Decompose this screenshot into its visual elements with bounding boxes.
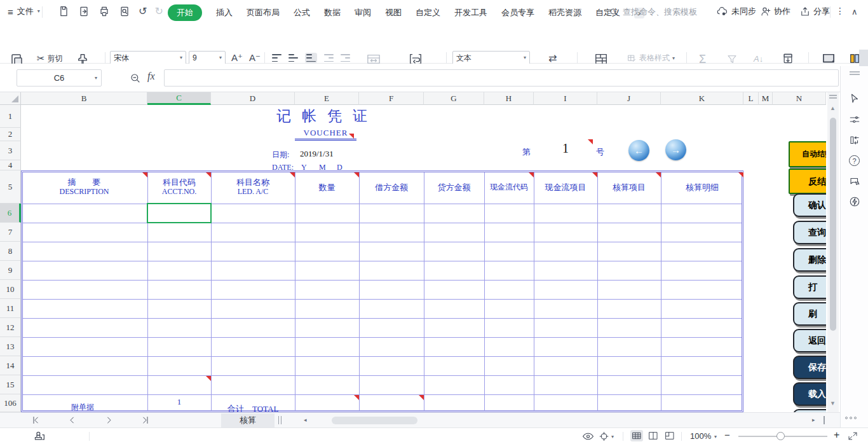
column-header-g[interactable]: G <box>424 92 484 105</box>
undo-icon[interactable]: ↺ <box>139 5 147 18</box>
share-icon[interactable] <box>799 6 811 17</box>
zoom-chevron-icon[interactable]: ▾ <box>714 434 717 440</box>
file-menu[interactable]: 文件 <box>17 6 34 17</box>
align-bottom-icon[interactable] <box>305 53 317 63</box>
page-layout-view-icon[interactable] <box>648 431 658 440</box>
tab-developer[interactable]: 开发工具 <box>454 7 487 18</box>
help-icon[interactable]: ? <box>849 155 860 166</box>
column-header-i[interactable]: I <box>534 92 597 105</box>
horizontal-scroll-thumb[interactable] <box>332 417 417 424</box>
row-header-15[interactable]: 15 <box>0 375 21 394</box>
tab-data[interactable]: 数据 <box>324 7 341 18</box>
zoom-out-button[interactable]: − <box>724 429 730 440</box>
pointer-tool-icon[interactable] <box>849 93 860 104</box>
column-header-b[interactable]: B <box>21 92 147 105</box>
column-header-j[interactable]: J <box>597 92 661 105</box>
next-sheet-icon[interactable] <box>104 415 114 425</box>
search-icon[interactable] <box>609 7 619 17</box>
share-label[interactable]: 分享 <box>813 6 830 17</box>
row-header-14[interactable]: 14 <box>0 356 21 375</box>
row-header-106[interactable]: 106 <box>0 394 21 412</box>
header-cell-quantity[interactable]: 数量 <box>295 172 359 202</box>
split-handle[interactable] <box>829 95 837 96</box>
header-cell-credit[interactable]: 贷方金额 <box>424 172 484 202</box>
auto-close-button[interactable]: 自动结账 <box>789 141 826 167</box>
align-top-icon[interactable] <box>272 54 281 62</box>
query-button[interactable]: 查询 <box>793 221 826 244</box>
font-size-select[interactable]: 9▾ <box>189 51 226 65</box>
file-chevron-icon[interactable]: ▾ <box>37 9 40 14</box>
row-header-10[interactable]: 10 <box>0 280 21 299</box>
zoom-slider-thumb[interactable] <box>776 432 785 440</box>
panel-more-dots[interactable] <box>845 412 858 421</box>
prev-voucher-button[interactable]: ← <box>628 140 649 161</box>
voucher-no-value[interactable]: 1 <box>553 141 578 156</box>
select-all-corner[interactable] <box>0 92 21 105</box>
name-box-chevron-icon[interactable]: ▾ <box>95 76 97 81</box>
row-header-1[interactable]: 1 <box>0 105 21 128</box>
next-voucher-button[interactable]: → <box>665 139 686 160</box>
column-header-m[interactable]: M <box>759 92 773 105</box>
export-icon[interactable] <box>78 5 90 18</box>
column-header-d[interactable]: D <box>211 92 295 105</box>
fx-icon[interactable]: fx <box>147 71 155 82</box>
column-header-k[interactable]: K <box>661 92 743 105</box>
page-break-view-icon[interactable] <box>665 431 675 440</box>
column-header-h[interactable]: H <box>484 92 534 105</box>
row-header-13[interactable]: 13 <box>0 337 21 356</box>
highlight-cell-icon[interactable] <box>599 431 609 441</box>
split-handle[interactable] <box>829 97 837 99</box>
font-name-select[interactable]: 宋体▾ <box>110 51 186 65</box>
tab-custom-1[interactable]: 自定义 <box>416 7 440 18</box>
load-voucher-button[interactable]: 载入 <box>793 382 826 406</box>
hscroll-left-icon[interactable]: ◂ <box>304 417 307 423</box>
first-sheet-icon[interactable] <box>31 415 40 425</box>
date-value[interactable]: 2019/1/31 <box>300 149 334 159</box>
scroll-down-icon[interactable]: ▼ <box>830 400 836 406</box>
print-preview-icon[interactable] <box>118 5 131 18</box>
print-voucher-button[interactable]: 打 <box>793 275 826 299</box>
row-header-2[interactable]: 2 <box>0 128 21 141</box>
macro-stamp-icon[interactable] <box>33 431 46 442</box>
quick-tools-icon[interactable] <box>849 196 860 207</box>
highlight-chevron-icon[interactable]: ▾ <box>611 434 614 440</box>
cloud-sync-icon[interactable] <box>715 6 728 17</box>
header-cell-ledger[interactable]: 科目名称LED. A/C <box>211 172 295 202</box>
cut-button[interactable]: ✂剪切 <box>37 53 63 64</box>
shrink-font-button[interactable]: A⁻ <box>249 52 261 64</box>
row-header-4[interactable]: 4 <box>0 160 21 170</box>
decrease-indent-icon[interactable] <box>324 54 334 62</box>
column-header-f[interactable]: F <box>359 92 424 105</box>
print-icon[interactable] <box>98 5 111 18</box>
header-cell-cashflow-item[interactable]: 现金流项目 <box>534 172 597 202</box>
row-header-8[interactable]: 8 <box>0 242 21 261</box>
name-box[interactable]: C6 ▾ <box>17 69 102 87</box>
zoom-in-button[interactable]: + <box>834 429 839 441</box>
scroll-up-icon[interactable]: ▲ <box>830 105 836 111</box>
active-cell-c6[interactable] <box>147 203 212 223</box>
hsplit-handle[interactable] <box>824 416 825 424</box>
zoom-level[interactable]: 100% <box>690 431 711 441</box>
kebab-menu-icon[interactable]: ⋮ <box>836 6 844 16</box>
save-voucher-button[interactable]: 保存 <box>793 356 826 379</box>
redo-icon[interactable]: ↻ <box>154 5 163 18</box>
paste-transform-icon[interactable] <box>849 135 860 146</box>
hamburger-icon[interactable]: ≡ <box>8 6 13 17</box>
vertical-scrollbar[interactable]: ▲ ▼ <box>827 92 839 412</box>
header-cell-accounting-item[interactable]: 核算项目 <box>597 172 661 202</box>
grow-font-button[interactable]: A⁺ <box>231 52 243 64</box>
search-input[interactable]: 查找命令、搜索模板 <box>623 6 697 18</box>
column-header-l[interactable]: L <box>743 92 759 105</box>
hscroll-right-icon[interactable]: ▸ <box>812 417 815 423</box>
row-header-9[interactable]: 9 <box>0 261 21 280</box>
increase-indent-icon[interactable] <box>341 54 350 62</box>
prev-sheet-icon[interactable] <box>67 415 77 425</box>
number-format-select[interactable]: 文本▾ <box>452 51 530 65</box>
collaborate-icon[interactable] <box>760 6 771 17</box>
tab-insert[interactable]: 插入 <box>216 7 233 18</box>
vertical-scroll-thumb[interactable] <box>830 118 836 331</box>
refresh-button[interactable]: 刷 <box>793 302 826 326</box>
row-header-7[interactable]: 7 <box>0 223 21 242</box>
row-header-3[interactable]: 3 <box>0 141 21 160</box>
tab-formulas[interactable]: 公式 <box>294 7 310 18</box>
